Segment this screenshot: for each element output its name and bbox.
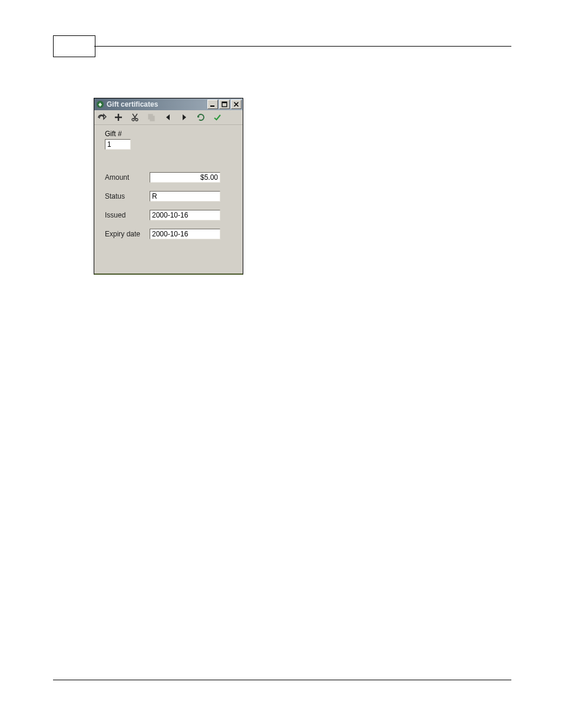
expiry-row: Expiry date 2000-10-16 [105,229,234,239]
form-area: Gift # 1 Amount $5.00 Status R Issued 20… [94,125,243,245]
svg-point-5 [135,118,138,121]
svg-point-4 [132,118,134,121]
gift-certificates-dialog: Gift certificates [94,98,243,275]
svg-rect-1 [210,106,214,107]
confirm-icon[interactable] [212,112,223,123]
minimize-button[interactable] [207,100,218,109]
gift-number-block: Gift # 1 [105,130,234,150]
cut-icon[interactable] [130,112,140,123]
caption-buttons [206,100,242,109]
add-icon[interactable] [113,112,124,123]
app-icon [96,100,104,108]
expiry-label: Expiry date [105,230,150,238]
expiry-input[interactable]: 2000-10-16 [150,229,220,239]
next-icon[interactable] [179,112,190,123]
amount-input[interactable]: $5.00 [150,172,220,183]
copy-icon[interactable] [146,112,157,123]
issued-input[interactable]: 2000-10-16 [150,210,220,220]
footer-rule [53,680,511,680]
dialog-title: Gift certificates [107,100,206,108]
titlebar[interactable]: Gift certificates [94,98,243,110]
status-input[interactable]: R [150,191,220,202]
svg-rect-7 [150,116,154,121]
gift-number-label: Gift # [105,130,234,138]
gift-number-input[interactable]: 1 [105,139,131,150]
amount-label: Amount [105,173,150,182]
header-box [53,35,95,57]
svg-rect-3 [222,102,227,103]
toolbar [94,110,243,125]
issued-row: Issued 2000-10-16 [105,210,234,220]
issued-label: Issued [105,211,150,219]
amount-row: Amount $5.00 [105,172,234,183]
redo-icon[interactable] [97,112,107,123]
status-label: Status [105,192,150,200]
status-row: Status R [105,191,234,202]
page: Gift certificates [0,0,562,728]
prev-icon[interactable] [163,112,173,123]
header-rule [94,46,511,47]
maximize-button[interactable] [219,100,230,109]
refresh-icon[interactable] [196,112,206,123]
close-button[interactable] [231,100,242,109]
